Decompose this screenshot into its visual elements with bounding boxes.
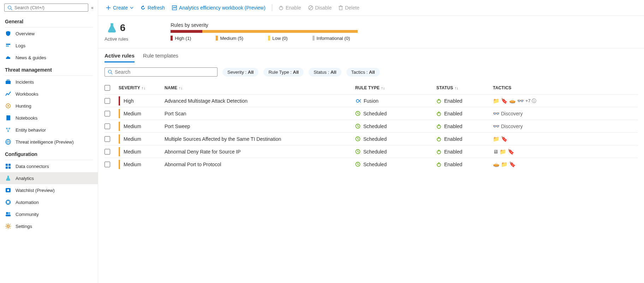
row-checkbox[interactable] [105,124,110,129]
trash-icon [339,5,343,10]
nav-overview[interactable]: Overview [0,28,98,40]
tactic-icon: 👓 [493,110,500,117]
nav-hunting[interactable]: Hunting [0,100,98,112]
svg-point-28 [7,225,9,227]
filter-severity[interactable]: Severity : All [222,68,258,77]
table-row[interactable]: Medium Multiple Sources Affected by the … [105,132,638,145]
row-checkbox[interactable] [105,162,110,167]
svg-point-37 [108,70,112,73]
severity-bar-medium [202,30,358,33]
row-checkbox[interactable] [105,136,110,142]
severity-text: Medium [124,111,141,116]
nav-label: Logs [16,43,25,48]
nav-label: Data connectors [16,164,49,169]
filter-status[interactable]: Status : All [309,68,341,77]
table-row[interactable]: Medium Abnormal Port to Protocol Schedul… [105,158,638,170]
rule-name: Port Scan [165,111,355,116]
table-row[interactable]: Medium Abnormal Deny Rate for Source IP … [105,145,638,158]
power-icon [436,137,441,142]
status-cell: Enabled [436,149,493,155]
delete-label: Delete [345,5,359,11]
nav-analytics[interactable]: Analytics [0,172,98,184]
workbook-button[interactable]: Analytics efficiency workbook (Preview) [169,4,268,12]
row-checkbox[interactable] [105,98,110,104]
sort-icon: ↑↓ [381,86,385,90]
severity-strip [119,134,120,144]
filter-tactics[interactable]: Tactics : All [346,68,380,77]
globe-icon [5,139,11,145]
power-icon [436,111,441,116]
entity-icon [5,127,11,133]
select-all-checkbox[interactable] [105,85,110,91]
nav-logs[interactable]: Logs [0,40,98,52]
severity-strip [119,160,120,169]
table-row[interactable]: Medium Port Scan Scheduled Enabled 👓Disc… [105,107,638,120]
shield-icon [5,30,11,37]
svg-point-23 [7,189,9,191]
tactics-cell: 📁🔖🥧👓+7 ⓘ [493,98,564,104]
nav-news[interactable]: News & guides [0,52,98,64]
nav-label: Watchlist (Preview) [16,188,55,193]
sidebar-search-input[interactable] [14,5,85,10]
nav-watchlist[interactable]: Watchlist (Preview) [0,184,98,196]
table-search[interactable] [105,67,217,77]
nav-workbooks[interactable]: Workbooks [0,88,98,100]
sort-icon: ↑↓ [454,86,458,90]
sidebar-search[interactable] [4,4,88,12]
tactics-cell: 📁🔖 [493,136,564,142]
watchlist-icon [5,187,11,193]
severity-bar-high [171,30,202,33]
nav-notebooks[interactable]: Notebooks [0,112,98,124]
filter-rule-type[interactable]: Rule Type : All [263,68,304,77]
tactics-cell: 👓Discovery [493,110,564,117]
delete-button: Delete [336,4,362,12]
svg-rect-29 [172,6,177,10]
cloud-icon [5,54,11,61]
svg-rect-20 [6,167,8,169]
svg-rect-8 [6,115,10,120]
severity-text: Medium [124,149,141,155]
row-checkbox[interactable] [105,111,110,116]
rule-type-cell: Scheduled [355,124,436,129]
table-search-input[interactable] [115,69,214,75]
tactic-icon: 📁 [500,149,506,155]
create-button[interactable]: Create [103,4,136,12]
refresh-button[interactable]: Refresh [138,4,168,12]
flask-large-icon [107,23,117,33]
svg-rect-3 [6,46,9,47]
col-status[interactable]: STATUS↑↓ [436,85,493,90]
nav-entity-behavior[interactable]: Entity behavior [0,124,98,136]
table-row[interactable]: Medium Port Sweep Scheduled Enabled 👓Dis… [105,120,638,132]
section-header-config: Configuration [0,148,98,159]
col-name[interactable]: NAME↑↓ [165,85,355,90]
tactic-icon: 🖥 [493,149,498,155]
nav-label: Community [16,212,39,217]
section-header-threat: Threat management [0,64,98,75]
tactic-icon: 📁 [493,98,500,104]
severity-legend: High (1) Medium (5) Low (0) Informationa… [171,36,368,41]
nav-settings[interactable]: Settings [0,220,98,232]
col-rule-type[interactable]: RULE TYPE↑↓ [355,85,436,90]
status-cell: Enabled [436,136,493,142]
table-row[interactable]: High Advanced Multistage Attack Detectio… [105,94,638,107]
sidebar: « General Overview Logs News & guides Th… [0,0,98,283]
tab-rule-templates[interactable]: Rule templates [143,53,178,62]
col-severity[interactable]: SEVERITY↑↓ [119,85,165,90]
gear-icon [5,223,11,229]
enable-button: Enable [276,4,304,12]
svg-line-38 [111,73,113,74]
nav-incidents[interactable]: Incidents [0,76,98,88]
nav-automation[interactable]: Automation [0,196,98,208]
nav-label: Workbooks [16,91,38,97]
flask-icon [5,175,11,181]
nav-data-connectors[interactable]: Data connectors [0,160,98,172]
tab-active-rules[interactable]: Active rules [105,53,135,62]
power-icon [279,5,284,10]
row-checkbox[interactable] [105,149,110,155]
svg-rect-4 [6,81,11,84]
collapse-sidebar-button[interactable]: « [91,5,94,10]
severity-bar [171,30,358,33]
rule-name: Port Sweep [165,124,355,129]
nav-community[interactable]: Community [0,208,98,220]
nav-threat-intel[interactable]: Threat intelligence (Preview) [0,136,98,148]
